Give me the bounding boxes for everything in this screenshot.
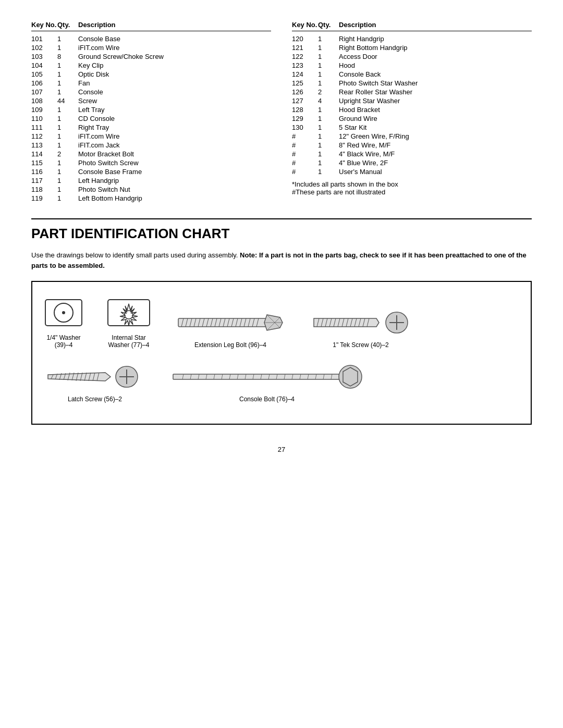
- cell-keyno: 111: [31, 124, 57, 131]
- cell-qty: 1: [318, 159, 339, 167]
- cell-desc: iFIT.com Wire: [78, 44, 271, 52]
- table-row: 130 1 5 Star Kit: [292, 123, 532, 132]
- table-row: 119 1 Left Bottom Handgrip: [31, 194, 271, 203]
- cell-desc: Hood: [339, 61, 532, 69]
- cell-keyno: 102: [31, 44, 57, 52]
- cell-keyno: 109: [31, 106, 57, 114]
- cell-qty: 8: [57, 53, 78, 60]
- cell-qty: 1: [57, 61, 78, 69]
- cell-desc: Photo Switch Screw: [78, 159, 271, 167]
- diagram-latch-screw: Latch Screw (56)–2: [43, 361, 147, 403]
- cell-desc: Right Bottom Handgrip: [339, 44, 532, 52]
- table-row: 125 1 Photo Switch Star Washer: [292, 79, 532, 88]
- header-keyno-left: Key No.: [31, 21, 57, 29]
- table-row: # 1 4" Black Wire, M/F: [292, 150, 532, 158]
- note-1: *Includes all parts shown in the box: [292, 180, 532, 188]
- cell-desc: Console Base: [78, 35, 271, 43]
- cell-keyno: 130: [292, 124, 318, 131]
- cell-keyno: 122: [292, 53, 318, 60]
- cell-keyno: #: [292, 168, 318, 176]
- table-row: 129 1 Ground Wire: [292, 114, 532, 123]
- cell-desc: Console Base Frame: [78, 168, 271, 176]
- cell-qty: 1: [318, 132, 339, 140]
- cell-desc: Screw: [78, 97, 271, 105]
- svg-point-84: [339, 365, 362, 388]
- cell-desc: iFIT.com Jack: [78, 141, 271, 149]
- latch-screw-svg: [43, 361, 147, 392]
- latch-screw-label: Latch Screw (56)–2: [68, 396, 122, 403]
- cell-qty: 1: [318, 106, 339, 114]
- ext-leg-bolt-label: Extension Leg Bolt (96)–4: [194, 341, 266, 349]
- diagram-washer: 1/4" Washer(39)–4: [43, 294, 84, 349]
- cell-keyno: #: [292, 150, 318, 158]
- cell-qty: 1: [57, 177, 78, 184]
- cell-keyno: 107: [31, 88, 57, 96]
- cell-keyno: #: [292, 132, 318, 140]
- table-row: 103 8 Ground Screw/Choke Screw: [31, 52, 271, 61]
- intro-text: Use the drawings below to identify small…: [31, 250, 532, 270]
- cell-desc: Console Back: [339, 70, 532, 78]
- parts-table-section: Key No. Qty. Description 101 1 Console B…: [31, 21, 532, 203]
- table-row: 106 1 Fan: [31, 79, 271, 88]
- cell-desc: Photo Switch Nut: [78, 186, 271, 193]
- cell-keyno: 101: [31, 35, 57, 43]
- cell-qty: 1: [318, 141, 339, 149]
- cell-qty: 1: [318, 53, 339, 60]
- cell-desc: 5 Star Kit: [339, 124, 532, 131]
- intro-normal: Use the drawings below to identify small…: [31, 251, 238, 259]
- cell-desc: Optic Disk: [78, 70, 271, 78]
- notes-section: *Includes all parts shown in the box #Th…: [292, 180, 532, 196]
- washer-label: 1/4" Washer(39)–4: [46, 334, 80, 349]
- table-row: 117 1 Left Handgrip: [31, 176, 271, 185]
- cell-desc: 4" Black Wire, M/F: [339, 150, 532, 158]
- star-washer-label: Internal StarWasher (77)–4: [108, 334, 150, 349]
- cell-desc: Motor Bracket Bolt: [78, 150, 271, 158]
- diagram-box: 1/4" Washer(39)–4 Internal StarWasher (7…: [31, 281, 532, 425]
- cell-qty: 1: [318, 61, 339, 69]
- cell-qty: 1: [318, 35, 339, 43]
- cell-keyno: 103: [31, 53, 57, 60]
- svg-rect-3: [108, 300, 150, 326]
- cell-desc: Ground Wire: [339, 115, 532, 122]
- svg-marker-4: [120, 304, 138, 326]
- table-row: 101 1 Console Base: [31, 34, 271, 43]
- cell-desc: User's Manual: [339, 168, 532, 176]
- cell-qty: 1: [318, 44, 339, 52]
- table-row: 116 1 Console Base Frame: [31, 167, 271, 176]
- svg-point-2: [62, 311, 65, 314]
- cell-keyno: 114: [31, 150, 57, 158]
- table-row: 128 1 Hood Bracket: [292, 105, 532, 114]
- cell-qty: 2: [57, 150, 78, 158]
- cell-desc: Ground Screw/Choke Screw: [78, 53, 271, 60]
- cell-qty: 1: [57, 168, 78, 176]
- diagram-star-washer: Internal StarWasher (77)–4: [105, 294, 152, 349]
- ext-leg-bolt-svg: [173, 307, 288, 338]
- cell-desc: Left Handgrip: [78, 177, 271, 184]
- right-rows-container: 120 1 Right Handgrip 121 1 Right Bottom …: [292, 34, 532, 176]
- cell-qty: 2: [318, 88, 339, 96]
- cell-desc: Photo Switch Star Washer: [339, 79, 532, 87]
- table-row: 107 1 Console: [31, 88, 271, 96]
- cell-qty: 1: [57, 186, 78, 193]
- table-row: 109 1 Left Tray: [31, 105, 271, 114]
- header-desc-right: Description: [339, 21, 532, 29]
- console-bolt-label: Console Bolt (76)–4: [239, 396, 295, 403]
- section-divider: [31, 218, 532, 219]
- cell-keyno: 110: [31, 115, 57, 122]
- cell-desc: Right Tray: [78, 124, 271, 131]
- parts-left-header: Key No. Qty. Description: [31, 21, 271, 31]
- cell-keyno: 120: [292, 35, 318, 43]
- console-bolt-svg: [168, 361, 366, 392]
- cell-qty: 1: [57, 132, 78, 140]
- header-desc-left: Description: [78, 21, 271, 29]
- table-row: 122 1 Access Door: [292, 52, 532, 61]
- table-row: 112 1 iFIT.com Wire: [31, 132, 271, 141]
- diagram-row-2: Latch Screw (56)–2: [43, 361, 520, 403]
- star-washer-svg: [105, 294, 152, 331]
- cell-qty: 1: [57, 159, 78, 167]
- table-row: 121 1 Right Bottom Handgrip: [292, 43, 532, 52]
- cell-keyno: 108: [31, 97, 57, 105]
- cell-qty: 4: [318, 97, 339, 105]
- cell-desc: CD Console: [78, 115, 271, 122]
- svg-point-5: [125, 311, 133, 319]
